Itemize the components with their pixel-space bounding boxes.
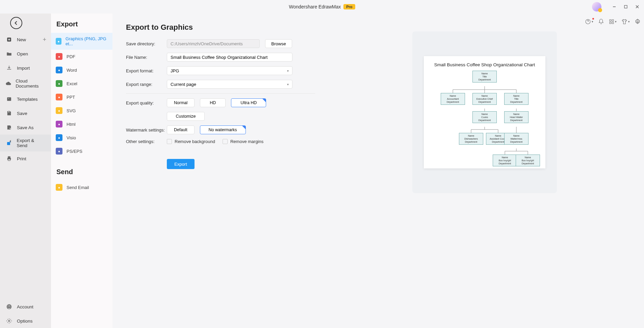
titlebar: Wondershare EdrawMax Pro — [0, 0, 644, 14]
browse-button[interactable]: Browse — [265, 39, 292, 48]
account-icon — [5, 303, 13, 310]
export-format-label: Export format: — [126, 68, 167, 73]
sidebar1-item-save[interactable]: Save — [0, 106, 51, 120]
chart-title: Small Business Coffee Shop Organizationa… — [428, 62, 541, 67]
file-type-icon: ● — [56, 148, 62, 155]
file-type-icon: ● — [56, 38, 61, 45]
file-type-icon: ● — [56, 80, 62, 87]
export-type-ppt[interactable]: ●PPT — [51, 90, 112, 104]
template-icon — [5, 95, 13, 103]
svg-point-20 — [8, 320, 10, 322]
preview-frame: Small Business Coffee Shop Organizationa… — [412, 31, 557, 193]
export-form: Export to Graphics Save directory: Brows… — [126, 23, 315, 319]
file-type-icon: ● — [56, 53, 62, 60]
export-format-select[interactable]: JPG — [167, 66, 292, 75]
sidebar1-item-new[interactable]: New+ — [0, 32, 51, 47]
save-dir-input[interactable] — [167, 39, 260, 48]
maximize-button[interactable] — [623, 4, 628, 9]
avatar[interactable] — [592, 2, 601, 11]
file-type-icon: ● — [56, 107, 62, 114]
sidebar1-item-open[interactable]: Open — [0, 47, 51, 61]
toolbar-right: ▾ ▾ ▾ — [585, 19, 641, 25]
sidebar-secondary: Export ●Graphics (PNG, JPG et...●PDF●Wor… — [51, 14, 112, 328]
svg-rect-5 — [610, 20, 611, 21]
export-range-label: Export range: — [126, 82, 167, 87]
export-type-excel[interactable]: ●Excel — [51, 77, 112, 90]
settings-icon[interactable] — [635, 19, 641, 25]
file-type-icon: ● — [56, 67, 62, 73]
save-as-icon — [5, 124, 13, 131]
remove-margins-checkbox[interactable]: Remove margins — [223, 139, 263, 144]
svg-rect-8 — [612, 22, 614, 24]
svg-rect-6 — [612, 20, 614, 21]
export-type-visio[interactable]: ●Visio — [51, 131, 112, 144]
sidebar1-footer-options[interactable]: Options — [0, 314, 51, 328]
remove-bg-checkbox[interactable]: Remove background — [167, 139, 215, 144]
sidebar-primary: New+OpenImportCloud DocumentsTemplatesSa… — [0, 14, 51, 328]
svg-rect-13 — [8, 111, 10, 113]
sidebar1-item-save-as[interactable]: Save As — [0, 120, 51, 135]
sidebar1-item-cloud-documents[interactable]: Cloud Documents — [0, 75, 51, 92]
export-range-select[interactable]: Current page — [167, 80, 292, 89]
app-title: Wondershare EdrawMax — [289, 4, 341, 9]
watermark-default[interactable]: Default — [167, 125, 195, 134]
watermark-none[interactable]: No watermarks — [200, 125, 246, 134]
shirt-icon[interactable]: ▾ — [621, 19, 630, 25]
quality-ultra[interactable]: Ultra HD — [231, 98, 266, 107]
file-type-icon: ● — [56, 134, 62, 141]
folder-icon — [5, 50, 13, 57]
help-icon[interactable]: ▾ — [585, 19, 593, 25]
back-button[interactable] — [10, 17, 22, 29]
close-button[interactable] — [635, 4, 640, 9]
export-heading: Export — [51, 20, 112, 33]
quality-normal[interactable]: Normal — [167, 98, 195, 107]
quality-customize[interactable]: Customize — [167, 112, 205, 121]
bell-icon[interactable] — [598, 19, 604, 25]
grid-icon[interactable]: ▾ — [609, 19, 617, 24]
other-label: Other settings: — [126, 139, 167, 144]
file-name-label: File Name: — [126, 55, 167, 60]
cloud-icon — [5, 80, 11, 87]
export-type-pdf[interactable]: ●PDF — [51, 50, 112, 63]
file-type-icon: ● — [56, 184, 62, 191]
export-type-svg[interactable]: ●SVG — [51, 104, 112, 117]
save-dir-label: Save directory: — [126, 41, 167, 46]
watermark-label: Watermark settings: — [126, 127, 167, 133]
export-type-word[interactable]: ●Word — [51, 63, 112, 77]
export-type-graphics[interactable]: ●Graphics (PNG, JPG et... — [51, 33, 112, 50]
svg-point-9 — [637, 21, 639, 23]
sidebar1-item-import[interactable]: Import — [0, 61, 51, 75]
export-type-pseps[interactable]: ●PS/EPS — [51, 144, 112, 158]
svg-rect-7 — [610, 22, 611, 24]
svg-point-19 — [8, 305, 10, 307]
file-name-input[interactable] — [167, 53, 292, 62]
download-icon — [5, 64, 13, 72]
export-type-html[interactable]: ●Html — [51, 117, 112, 131]
sidebar1-item-print[interactable]: Print — [0, 151, 51, 166]
export-type-send[interactable]: ●Send Email — [51, 181, 112, 194]
minimize-button[interactable] — [612, 4, 617, 9]
svg-rect-14 — [7, 142, 10, 145]
plus-square-icon — [5, 36, 13, 43]
file-type-icon: ● — [56, 121, 62, 127]
send-heading: Send — [51, 168, 112, 181]
print-icon — [5, 155, 13, 162]
sidebar1-item-export-send[interactable]: Export & Send — [0, 135, 51, 151]
export-button[interactable]: Export — [167, 159, 195, 169]
svg-rect-17 — [8, 159, 10, 161]
sidebar1-footer-account[interactable]: Account — [0, 300, 51, 314]
preview-image: Small Business Coffee Shop Organizationa… — [424, 56, 545, 168]
file-type-icon: ● — [56, 94, 62, 100]
export-icon — [5, 139, 13, 147]
gear-icon — [5, 317, 13, 325]
export-quality-label: Export quality: — [126, 100, 167, 106]
quality-hd[interactable]: HD — [200, 98, 226, 107]
plus-icon[interactable]: + — [43, 36, 46, 43]
svg-rect-12 — [8, 98, 9, 99]
pro-badge: Pro — [343, 4, 355, 9]
sidebar1-item-templates[interactable]: Templates — [0, 92, 51, 106]
save-icon — [5, 110, 13, 117]
main-heading: Export to Graphics — [126, 23, 315, 32]
svg-rect-1 — [624, 5, 627, 8]
svg-rect-16 — [8, 157, 10, 158]
